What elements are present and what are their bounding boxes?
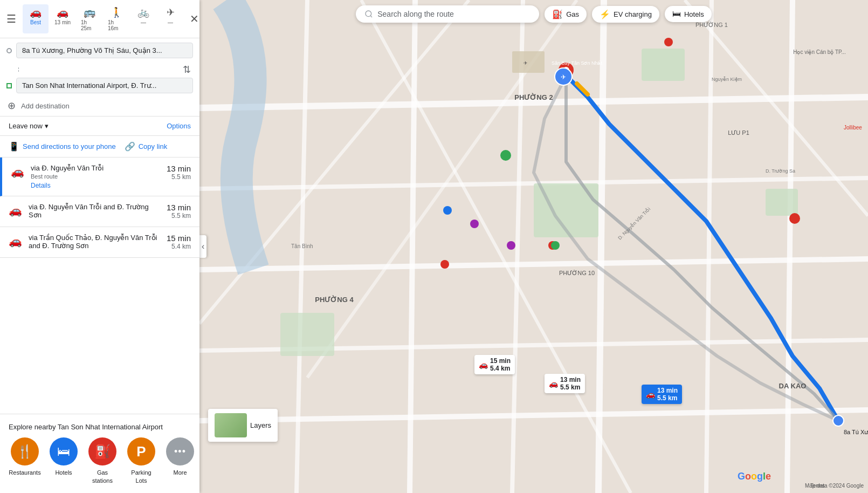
nav-mode-walk[interactable]: 🚶 1h 16m [104, 4, 129, 33]
leave-now-button[interactable]: Leave now ▾ [9, 122, 49, 130]
more-circle: ••• [166, 437, 194, 465]
send-directions-button[interactable]: 📱 Send directions to your phone [9, 141, 116, 152]
search-along-icon [364, 10, 373, 18]
gas-chip-icon: ⛽ [552, 9, 563, 19]
svg-text:PHƯỜNG 4: PHƯỜNG 4 [315, 295, 354, 304]
map-filter-bar: Search along the route ⛽ Gas ⚡ EV chargi… [199, 5, 868, 23]
route-item-0[interactable]: 🚗 via Đ. Nguyễn Văn Trỗi Best route Deta… [0, 158, 199, 196]
more-label: More [173, 469, 187, 476]
explore-items: 🍴 Restaurants 🛏 Hotels ⛽ Gas stations P … [9, 437, 191, 484]
send-icon: 📱 [9, 141, 19, 152]
svg-text:PHƯỜNG 10: PHƯỜNG 10 [559, 270, 595, 276]
destination-input[interactable] [16, 78, 193, 93]
filter-chip-gas[interactable]: ⛽ Gas [545, 6, 587, 23]
svg-point-42 [500, 150, 511, 161]
nav-mode-bike[interactable]: 🚲 — [130, 4, 156, 33]
route-min-1: 13 min [167, 203, 191, 212]
routes-section: 🚗 via Đ. Nguyễn Văn Trỗi Best route Deta… [0, 158, 199, 414]
copy-icon: 🔗 [125, 141, 135, 152]
layers-button[interactable]: Layers [208, 409, 278, 442]
origin-dot [6, 48, 12, 53]
route-label-0[interactable]: 🚗 15 min5.4 km [474, 355, 515, 374]
explore-item-more[interactable]: ••• More [164, 437, 196, 484]
svg-point-39 [443, 206, 452, 215]
walk-icon: 🚶 [111, 6, 122, 18]
route-item-1[interactable]: 🚗 via Đ. Nguyễn Văn Trỗi and Đ. Trường S… [0, 196, 199, 227]
route-details-link-0[interactable]: Details [31, 182, 160, 189]
svg-rect-21 [280, 313, 334, 356]
nav-mode-fly[interactable]: ✈ — [157, 4, 183, 33]
filter-chip-ev[interactable]: ⚡ EV charging [592, 6, 659, 23]
gas-stations-label: Gas stations [86, 469, 119, 484]
explore-item-hotels[interactable]: 🛏 Hotels [47, 437, 80, 484]
svg-line-1 [370, 16, 372, 17]
route-label-car-2: 🚗 [646, 390, 655, 399]
send-copy-row: 📱 Send directions to your phone 🔗 Copy l… [0, 136, 199, 158]
google-logo: Google [738, 471, 771, 482]
origin-input[interactable] [16, 43, 193, 58]
route-label-text-0: 15 min5.4 km [490, 357, 511, 372]
nav-mode-transit[interactable]: 🚌 1h 25m [77, 4, 102, 33]
nav-mode-bike-label: — [141, 19, 146, 25]
collapse-map-button[interactable]: ‹ [199, 235, 206, 258]
explore-item-gas[interactable]: ⛽ Gas stations [86, 437, 119, 484]
svg-text:D. Trường Sa: D. Trường Sa [766, 168, 795, 174]
hotels-chip-label: Hotels [684, 10, 704, 18]
search-along-route[interactable]: Search along the route [356, 5, 539, 23]
copy-link-button[interactable]: 🔗 Copy link [125, 141, 167, 152]
route-item-2[interactable]: 🚗 via Trần Quốc Thảo, Đ. Nguyễn Văn Trỗi… [0, 227, 199, 258]
nav-mode-fly-label: — [168, 19, 173, 25]
swap-button[interactable]: ⇅ [181, 61, 193, 78]
svg-point-43 [551, 241, 560, 250]
svg-rect-20 [766, 189, 798, 216]
add-destination-label: Add destination [21, 102, 70, 110]
sidebar: ☰ 🚗 Best 🚗 13 min 🚌 1h 25m 🚶 1h 16m 🚲 — [0, 0, 199, 493]
route-badge-0: Best route [31, 173, 160, 180]
route-label-2[interactable]: 🚗 13 min5.5 km [642, 385, 682, 404]
svg-point-37 [664, 38, 673, 46]
route-label-1[interactable]: 🚗 13 min5.5 km [545, 374, 585, 393]
route-label-car-0: 🚗 [479, 360, 488, 369]
nav-mode-drive[interactable]: 🚗 13 min [50, 4, 75, 33]
destination-dot [6, 83, 12, 88]
route-min-0: 13 min [167, 164, 191, 173]
restaurants-label: Restaurants [9, 469, 40, 476]
route-car-icon-2: 🚗 [9, 235, 22, 248]
car-drive-icon: 🚗 [57, 6, 68, 18]
destination-row [6, 78, 193, 93]
route-time-0: 13 min 5.5 km [167, 164, 191, 181]
route-info-0: via Đ. Nguyễn Văn Trỗi Best route Detail… [31, 164, 160, 189]
fly-icon: ✈ [167, 6, 175, 18]
svg-point-27 [833, 415, 844, 426]
svg-point-45 [507, 241, 515, 250]
svg-point-0 [366, 11, 371, 17]
route-label-text-2: 13 min5.5 km [657, 387, 678, 402]
route-dist-1: 5.5 km [167, 212, 191, 220]
options-button[interactable]: Options [167, 122, 191, 130]
add-destination-row[interactable]: ⊕ Add destination [6, 97, 193, 112]
explore-item-parking[interactable]: P Parking Lots [125, 437, 157, 484]
add-icon: ⊕ [8, 100, 16, 112]
svg-text:Jollibee: Jollibee [844, 125, 862, 131]
leave-now-arrow: ▾ [45, 122, 49, 130]
copy-link-label: Copy link [139, 142, 167, 150]
route-name-1: via Đ. Nguyễn Văn Trỗi and Đ. Trường Sơn [29, 203, 160, 219]
hotels-circle: 🛏 [50, 437, 78, 465]
map-svg: ✈ ✈ PHƯỜNG 2 PHƯỜNG 4 PHƯỜNG 10 LƯU P1 D… [199, 0, 868, 493]
inputs-section: ⇅ ⊕ Add destination [0, 38, 199, 117]
nav-mode-best-label: Best [30, 19, 41, 25]
hotels-chip-icon: 🛏 [672, 9, 681, 19]
nav-mode-best[interactable]: 🚗 Best [23, 4, 49, 33]
svg-text:Sân Bay Tân Sơn Nhất: Sân Bay Tân Sơn Nhất [552, 60, 602, 66]
svg-text:Tân Bình: Tân Bình [291, 243, 313, 249]
explore-title: Explore nearby Tan Son Nhat Internationa… [9, 423, 191, 431]
filter-chip-hotels[interactable]: 🛏 Hotels [665, 6, 712, 22]
close-icon[interactable]: ✕ [190, 12, 199, 25]
parking-label: Parking Lots [125, 469, 157, 484]
hamburger-icon[interactable]: ☰ [6, 12, 16, 25]
svg-text:✈: ✈ [561, 73, 566, 81]
explore-item-restaurants[interactable]: 🍴 Restaurants [9, 437, 41, 484]
options-label: Options [167, 122, 191, 130]
svg-text:DA KAO: DA KAO [779, 382, 807, 390]
search-along-label: Search along the route [377, 10, 454, 18]
